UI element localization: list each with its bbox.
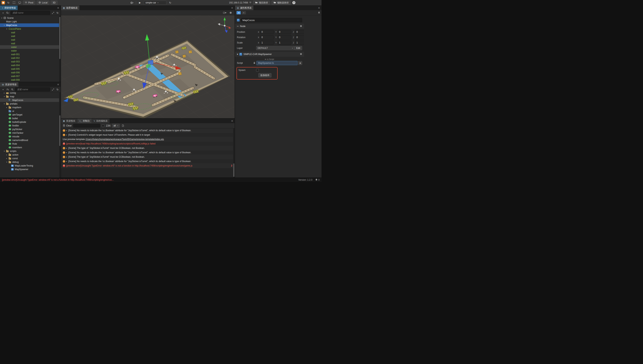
scale-z-input[interactable] (295, 40, 304, 45)
console-log-row[interactable]: [Scene] The type of "JoySticker.isTurret… (61, 146, 235, 150)
assets-menu-icon[interactable]: ≡ (56, 82, 61, 87)
tree-item[interactable]: wall (0, 42, 61, 45)
expand-arrow-icon[interactable] (6, 106, 9, 108)
tree-item[interactable]: missile (0, 135, 61, 138)
tab-console[interactable]: >_ 控制台 (77, 118, 92, 123)
tree-item[interactable]: prefabs (0, 102, 61, 106)
tree-item[interactable]: config (0, 92, 61, 95)
log-level-select[interactable]: all ▾ (112, 124, 120, 128)
project-path-button[interactable]: 项目路径 (253, 0, 270, 5)
expand-arrow-icon[interactable] (4, 92, 6, 94)
log-expand-arrow-icon[interactable] (66, 134, 68, 136)
local-mode-button[interactable]: Local (37, 0, 50, 5)
tree-item[interactable]: aimTarget (0, 113, 61, 116)
refresh-hierarchy-icon[interactable]: ↻ (56, 11, 59, 15)
scene-menu-icon[interactable]: ≡ (230, 6, 235, 10)
tree-item[interactable]: joySticker (0, 128, 61, 131)
scene-viewport-canvas[interactable] (61, 15, 235, 118)
script-asset-field[interactable]: MapSpawner.ts (257, 61, 298, 65)
help-button[interactable]: ? (292, 1, 295, 4)
tree-item[interactable]: wall-003 (0, 60, 61, 64)
component-enabled-checkbox[interactable] (239, 53, 242, 56)
editor-path-button[interactable]: 编辑器路径 (272, 0, 291, 5)
play-button[interactable]: ▶ (138, 1, 142, 4)
notifications-indicator[interactable]: 0 (315, 178, 320, 182)
pivot-mode-button[interactable]: Pivot (23, 0, 35, 5)
tree-item[interactable]: action (0, 153, 61, 156)
tree-item[interactable]: wall-006 (0, 71, 61, 74)
tree-item[interactable]: fireBtn (0, 124, 61, 128)
console-log-row[interactable]: [Scene] The type of "JoySticker.isTurret… (61, 155, 235, 159)
log-link[interactable]: /Users/fujianzhong/data/workspace/Tank3D… (86, 138, 164, 140)
tab-hierarchy[interactable]: ≡ 层级管理器 (0, 6, 18, 10)
node-name-input[interactable] (241, 18, 302, 22)
tree-item[interactable]: water (0, 45, 61, 49)
log-expand-arrow-icon[interactable] (66, 147, 68, 149)
add-component-button[interactable]: 添加组件 (258, 73, 271, 78)
tree-item[interactable]: wall (0, 31, 61, 34)
collapse-all-icon[interactable] (51, 11, 55, 15)
node-active-checkbox[interactable] (237, 19, 240, 22)
regex-checkbox[interactable] (102, 124, 104, 127)
tree-item[interactable]: wall-007 (0, 74, 61, 78)
layer-edit-button[interactable]: Edit (294, 46, 302, 50)
scene-camera-icon[interactable]: ▾ (223, 11, 227, 14)
tab-animation-editor[interactable]: ϟ 动画编辑器 (92, 118, 110, 123)
position-y-input[interactable] (278, 30, 291, 34)
assets-search-input[interactable] (17, 88, 49, 91)
tree-item[interactable]: ui (0, 109, 61, 113)
spawn-checkbox[interactable] (256, 69, 259, 72)
reload-preview-icon[interactable]: ↻ (168, 1, 172, 4)
expand-assets-icon[interactable] (51, 88, 55, 92)
position-z-input[interactable] (295, 30, 304, 34)
preview-device-button[interactable]: ▾ (130, 1, 134, 4)
tab-inspector[interactable]: ▥ 属性检查器 (235, 6, 254, 10)
log-expand-arrow-icon[interactable] (66, 160, 68, 162)
expand-arrow-icon[interactable] (4, 150, 6, 152)
console-log-row[interactable]: Use preview template /Users/fujianzhong/… (61, 137, 235, 142)
chevron-down-icon[interactable]: ▾ (237, 53, 238, 56)
tab-assets[interactable]: ▤ 资源管理器 (0, 82, 19, 87)
clear-console-button[interactable]: Clear (63, 124, 72, 127)
layer-select[interactable]: DEFAULT ▾ (256, 46, 294, 50)
tree-item[interactable]: debug (0, 160, 61, 164)
chevron-down-icon[interactable]: ▾ (237, 25, 239, 27)
assets-scrollbar[interactable] (59, 92, 61, 178)
tree-item[interactable]: wall-004 (0, 64, 61, 67)
tree-item[interactable]: mapItem (0, 106, 61, 109)
search-assets-icon[interactable] (11, 88, 14, 92)
hierarchy-search[interactable] (11, 11, 50, 15)
refresh-assets-icon[interactable]: ↻ (56, 88, 59, 92)
tree-item[interactable]: wall-005 (0, 67, 61, 71)
add-node-button[interactable]: + (1, 11, 5, 15)
add-asset-button[interactable]: + (1, 88, 5, 92)
console-log-row[interactable]: [Scene] ControlUI's widget target must h… (61, 133, 235, 137)
refresh-icon[interactable]: ↻ (6, 1, 11, 4)
console-filter-input[interactable] (73, 124, 100, 128)
component-section-header[interactable]: ▾ SIMPLE-CAR.MapSpawner (235, 52, 304, 57)
tree-item[interactable]: MapLoaderTesing (0, 164, 61, 168)
position-x-input[interactable] (260, 30, 274, 34)
hierarchy-search-input[interactable] (12, 11, 49, 14)
tree-item[interactable]: const (0, 156, 61, 160)
expand-arrow-icon[interactable] (4, 103, 6, 105)
assets-tree[interactable]: config map MapCocos prefabs mapItem ui a… (0, 92, 61, 178)
tree-item[interactable]: nameAndBlood (0, 138, 61, 142)
tree-item[interactable]: MapCocos (0, 23, 61, 27)
fullscreen-icon[interactable] (12, 1, 16, 4)
history-forward-button[interactable]: ▶ (242, 11, 246, 14)
rotation-x-input[interactable] (260, 35, 274, 40)
tab-scene[interactable]: ▦ 场景编辑器 (61, 6, 80, 10)
tree-item[interactable]: map (0, 95, 61, 98)
script-picker-icon[interactable]: ▣ (298, 61, 302, 65)
scene-viewport[interactable] (61, 15, 235, 118)
search-filter-icon[interactable]: ▾ (6, 11, 10, 15)
tree-item[interactable]: wall (0, 34, 61, 38)
assets-search[interactable] (15, 87, 50, 92)
tree-item[interactable]: wall-001 (0, 52, 61, 56)
expand-arrow-icon[interactable] (6, 158, 9, 160)
rotation-y-input[interactable] (278, 35, 291, 40)
preview-scene-select[interactable]: simple-car ▾ (144, 0, 166, 5)
expand-arrow-icon[interactable] (1, 17, 4, 19)
status-error-message[interactable]: [preview-error]Uncaught TypeError: windo… (2, 178, 295, 181)
